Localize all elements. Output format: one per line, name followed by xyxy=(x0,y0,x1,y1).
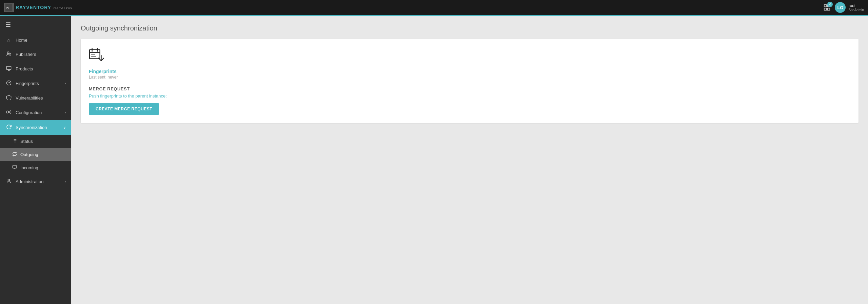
svg-rect-17 xyxy=(13,166,17,168)
config-chevron-icon: › xyxy=(65,111,66,114)
fingerprint-icon-wrap xyxy=(89,47,850,65)
main-card: Fingerprints Last sent: never MERGE REQU… xyxy=(81,39,859,123)
sidebar-item-vulnerabilities[interactable]: Vulnerabilities xyxy=(0,91,71,105)
svg-rect-19 xyxy=(90,50,100,59)
administration-icon xyxy=(5,178,12,185)
notifications-button[interactable]: 0 xyxy=(823,4,831,11)
svg-point-6 xyxy=(7,52,9,53)
svg-point-7 xyxy=(9,53,11,54)
sidebar-label-configuration: Configuration xyxy=(16,110,42,115)
publishers-icon xyxy=(5,51,12,58)
sidebar-label-synchronization: Synchronization xyxy=(16,125,47,130)
sidebar-label-administration: Administration xyxy=(16,179,43,184)
sidebar-item-home[interactable]: ⌂ Home xyxy=(0,33,71,47)
top-navbar: R RAYVENTORY CATALOG 0 LO root SiteAdmin xyxy=(0,0,868,15)
brand-logo: R xyxy=(4,3,14,12)
sync-icon xyxy=(5,124,12,131)
sync-section: Synchronization ∨ Status Ou xyxy=(0,120,71,174)
sidebar: ☰ ⌂ Home Publishers Products xyxy=(0,16,71,304)
sidebar-label-incoming: Incoming xyxy=(20,165,38,170)
admin-chevron-icon: › xyxy=(65,180,66,183)
sidebar-item-fingerprints[interactable]: Fingerprints › xyxy=(0,76,71,91)
status-icon xyxy=(12,138,17,144)
svg-point-9 xyxy=(6,81,11,85)
sidebar-label-publishers: Publishers xyxy=(16,52,36,57)
sidebar-item-incoming[interactable]: Incoming xyxy=(0,161,71,174)
sidebar-item-products[interactable]: Products xyxy=(0,62,71,76)
sidebar-toggle[interactable]: ☰ xyxy=(0,16,71,33)
sidebar-item-synchronization[interactable]: Synchronization ∨ xyxy=(0,120,71,135)
sidebar-item-outgoing[interactable]: Outgoing xyxy=(0,148,71,161)
svg-text:R: R xyxy=(6,6,9,9)
home-icon: ⌂ xyxy=(5,37,12,43)
svg-rect-5 xyxy=(828,8,830,10)
fingerprints-link[interactable]: Fingerprints xyxy=(89,69,850,74)
vulnerabilities-icon xyxy=(5,95,12,101)
outgoing-icon xyxy=(12,152,17,157)
sidebar-label-status: Status xyxy=(20,139,33,144)
main-content: Outgoing synchronization Fingerprints xyxy=(71,16,868,304)
sidebar-label-home: Home xyxy=(16,38,27,43)
svg-point-10 xyxy=(8,111,9,113)
sidebar-label-fingerprints: Fingerprints xyxy=(16,81,39,86)
products-icon xyxy=(5,66,12,72)
svg-point-18 xyxy=(8,179,9,181)
configuration-icon xyxy=(5,109,12,116)
svg-rect-8 xyxy=(6,66,11,69)
sidebar-item-status[interactable]: Status xyxy=(0,135,71,148)
fingerprints-icon xyxy=(5,80,12,87)
merge-request-title: MERGE REQUEST xyxy=(89,86,850,91)
user-role: SiteAdmin xyxy=(848,8,864,12)
sidebar-label-vulnerabilities: Vulnerabilities xyxy=(16,95,43,101)
chevron-icon: › xyxy=(65,82,66,85)
create-merge-request-button[interactable]: CREATE MERGE REQUEST xyxy=(89,103,159,115)
sidebar-label-products: Products xyxy=(16,66,33,71)
sidebar-item-configuration[interactable]: Configuration › xyxy=(0,105,71,120)
fingerprint-sync-icon xyxy=(89,47,105,63)
svg-rect-4 xyxy=(824,8,826,10)
svg-rect-2 xyxy=(824,5,826,7)
user-menu[interactable]: LO root SiteAdmin xyxy=(835,2,864,13)
main-layout: ☰ ⌂ Home Publishers Products xyxy=(0,16,868,304)
brand-sub: CATALOG xyxy=(54,6,73,10)
sidebar-label-outgoing: Outgoing xyxy=(20,152,38,157)
page-title: Outgoing synchronization xyxy=(81,24,859,32)
avatar: LO xyxy=(835,2,846,13)
notification-badge: 0 xyxy=(827,2,833,7)
merge-request-desc: Push fingerprints to the parent instance… xyxy=(89,93,850,99)
last-sent-label: Last sent: never xyxy=(89,75,850,80)
brand: R RAYVENTORY CATALOG xyxy=(4,3,73,12)
sidebar-item-publishers[interactable]: Publishers xyxy=(0,47,71,62)
navbar-right: 0 LO root SiteAdmin xyxy=(823,2,864,13)
sync-chevron-icon: ∨ xyxy=(63,126,66,129)
sidebar-item-administration[interactable]: Administration › xyxy=(0,174,71,189)
brand-name: RAYVENTORY xyxy=(16,5,53,10)
user-name: root xyxy=(848,3,864,8)
incoming-icon xyxy=(12,165,17,171)
